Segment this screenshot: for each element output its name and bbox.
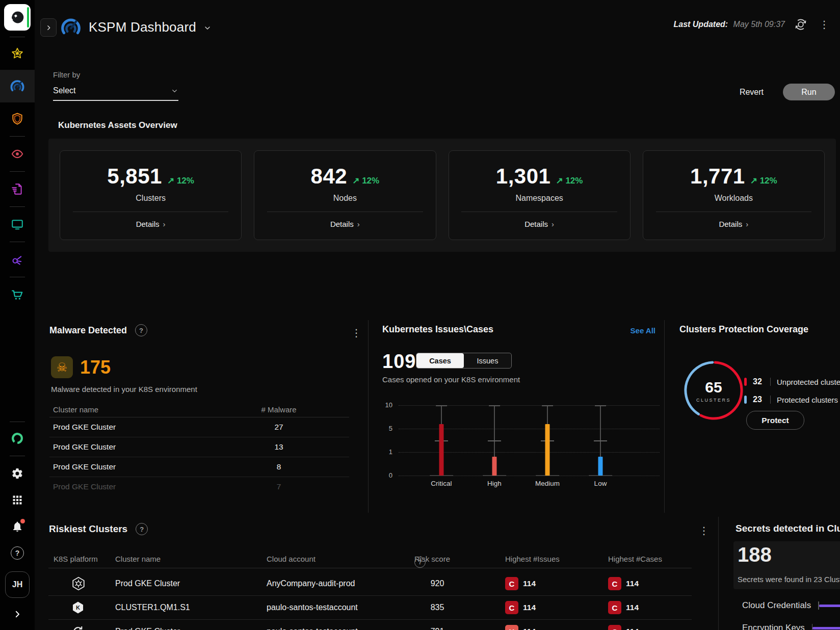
panel-divider (368, 320, 369, 513)
sidebar-item-protection[interactable] (6, 108, 29, 129)
sidebar-item-endpoints[interactable] (6, 214, 29, 235)
riskiest-table-row[interactable]: KCLUSTER1.QM1.S1paulo-santos-testaccount… (48, 596, 692, 620)
assets-overview-panel: 5,851↗ 12%ClustersDetails›842↗ 12%NodesD… (48, 139, 836, 252)
severity-bar-medium[interactable] (545, 424, 550, 476)
sidebar: ? JH (0, 0, 35, 630)
asset-delta: ↗ 12% (750, 175, 777, 186)
sidebar-item-settings[interactable] (6, 463, 29, 484)
severity-badge: H (505, 625, 518, 630)
run-button[interactable]: Run (783, 84, 835, 100)
column-header-4: Risk score (414, 555, 450, 563)
filter-select[interactable]: Select (53, 82, 178, 101)
asset-label: Namespaces (515, 194, 563, 203)
riskiest-table: Prod GKE ClusterAnyCompany-audit-prod920… (48, 572, 692, 630)
tab-issues[interactable]: Issues (464, 353, 511, 368)
see-all-link[interactable]: See All (626, 326, 655, 335)
revert-button[interactable]: Revert (740, 88, 764, 97)
y-axis-tick: 10 (374, 401, 392, 409)
help-icon[interactable] (414, 557, 426, 568)
sidebar-expand-button[interactable] (6, 603, 29, 625)
secret-type-row[interactable]: Encryption Keys (742, 623, 840, 630)
severity-chart: 01510CriticalHighMediumLow (399, 405, 660, 476)
legend-value: 23 (753, 395, 770, 404)
asset-label: Clusters (136, 194, 166, 203)
refresh-button[interactable] (793, 17, 808, 32)
chevron-right-icon (45, 24, 52, 31)
y-axis-tick: 1 (374, 448, 392, 456)
riskiest-menu-button[interactable] (696, 523, 712, 538)
panel-collapse-button[interactable] (40, 18, 57, 37)
issues-subtitle: Cases opened on your K8S environment (382, 375, 520, 384)
malware-table-row[interactable]: Prod GKE Cluster13 (49, 437, 349, 457)
severity-badge: C (608, 625, 621, 630)
details-link[interactable]: Details› (719, 220, 748, 228)
secret-type-row[interactable]: Cloud Credentials (742, 600, 840, 611)
malware-table-row[interactable]: Prod GKE Cluster8 (49, 457, 349, 477)
user-avatar[interactable]: JH (5, 571, 30, 598)
details-link[interactable]: Details› (524, 220, 554, 228)
trend-up-icon: ↗ (750, 176, 757, 186)
sidebar-item-marketplace[interactable] (6, 284, 29, 305)
malware-menu-button[interactable] (349, 325, 364, 340)
highest-cases-cell: C114 (608, 620, 639, 630)
sidebar-item-apps[interactable] (6, 489, 29, 511)
sidebar-item-reports[interactable] (6, 178, 29, 200)
riskiest-table-row[interactable]: Prod GKE Clusterpaulo-santos-testaccount… (48, 620, 692, 630)
brand-mark-icon (9, 9, 25, 25)
protect-button[interactable]: Protect (746, 411, 804, 430)
asset-delta: ↗ 12% (167, 175, 194, 186)
help-icon[interactable] (135, 324, 147, 336)
severity-bar-low[interactable] (598, 457, 603, 476)
sidebar-item-visibility[interactable] (6, 143, 29, 165)
cloud-account-cell: paulo-santos-testaccount (267, 620, 358, 630)
severity-bar-high[interactable] (492, 457, 497, 476)
asset-card-nodes: 842↗ 12%NodesDetails› (254, 150, 436, 240)
cluster-name-cell: Prod GKE Cluster (49, 462, 238, 471)
app-logo[interactable] (4, 4, 31, 31)
chevron-down-icon[interactable] (203, 24, 212, 32)
malware-table-row[interactable]: Prod GKE Cluster7 (49, 477, 349, 496)
malware-count-cell: 8 (238, 462, 320, 471)
malware-table-row[interactable]: Prod GKE Cluster27 (49, 417, 349, 437)
endpoints-icon (11, 218, 24, 231)
apps-icon (11, 494, 23, 506)
highest-cases-cell: C114 (608, 572, 639, 595)
sidebar-item-status-ring[interactable] (6, 428, 29, 449)
malware-table-header: Cluster name # Malware (49, 402, 349, 417)
y-axis-tick: 0 (374, 471, 392, 479)
sidebar-item-help[interactable]: ? (6, 542, 29, 564)
clusters-total-label: CLUSTERS (696, 398, 731, 403)
chevron-right-icon (13, 610, 22, 619)
reports-icon (11, 182, 24, 196)
details-link[interactable]: Details› (136, 220, 166, 228)
card-divider (267, 212, 423, 212)
sidebar-item-connections[interactable] (6, 249, 29, 270)
column-header-2: Cluster name (115, 555, 161, 563)
notification-dot (20, 519, 25, 523)
risk-score-cell: 920 (431, 572, 444, 595)
column-header-6: Highest #Cases (608, 555, 662, 563)
cluster-name-cell: Prod GKE Cluster (115, 620, 180, 630)
malware-count-cell: 13 (238, 442, 320, 452)
severity-bar-critical[interactable] (439, 424, 444, 476)
sidebar-item-favorites[interactable] (6, 43, 29, 64)
legend-label: Unprotected clusters (777, 378, 840, 386)
riskiest-table-row[interactable]: Prod GKE ClusterAnyCompany-audit-prod920… (48, 572, 692, 596)
chevron-right-icon: › (746, 220, 748, 228)
issues-count: 109 (382, 351, 416, 373)
page-title: KSPM Dashboard (89, 19, 196, 35)
sidebar-item-dashboard[interactable] (0, 70, 35, 102)
gridline (399, 452, 660, 453)
more-options-button[interactable] (817, 17, 832, 32)
severity-badge: C (505, 577, 518, 590)
legend-separator (770, 396, 771, 404)
legend-label: Protected clusters (777, 396, 838, 404)
dashboard-breadcrumb[interactable]: KSPM Dashboard (60, 15, 212, 39)
tab-cases[interactable]: Cases (416, 353, 464, 368)
help-icon[interactable] (136, 523, 148, 535)
details-link[interactable]: Details› (330, 220, 360, 228)
whisker-mid-tick (488, 440, 501, 441)
col-cluster-name: Cluster name (49, 405, 238, 414)
column-header-5: Highest #Issues (505, 555, 560, 563)
sidebar-item-notifications[interactable] (6, 516, 29, 537)
